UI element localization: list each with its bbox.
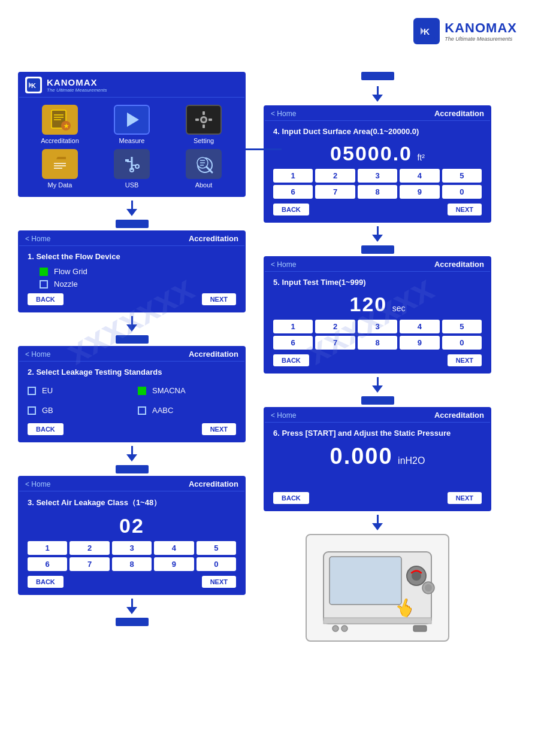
flow-next-btn[interactable]: NEXT	[202, 293, 236, 305]
home-item-mydata[interactable]: My Data	[26, 149, 93, 189]
duct-key-4[interactable]: 4	[400, 169, 439, 183]
device-image: 👆	[306, 534, 449, 642]
time-key-7[interactable]: 7	[315, 336, 355, 350]
panel-select-leakage: < Home Accreditation 2. Select Leakage T…	[18, 346, 246, 442]
measure-icon	[114, 105, 150, 135]
aabc-option[interactable]: AABC	[138, 406, 236, 415]
key-0[interactable]: 0	[197, 557, 236, 571]
panel-duct-body: 4. Input Duct Surface Area(0.1~20000.0) …	[265, 121, 490, 221]
home-item-usb[interactable]: USB	[98, 149, 165, 189]
duct-key-5[interactable]: 5	[442, 169, 482, 183]
duct-back-btn[interactable]: BACK	[273, 204, 309, 215]
key-7[interactable]: 7	[69, 557, 109, 571]
arrow-4	[18, 595, 246, 618]
arrow-block-r2	[264, 245, 491, 254]
duct-key-8[interactable]: 8	[358, 185, 397, 199]
home-header: K KANOMAX The Ultimate Measurements	[19, 73, 244, 98]
time-key-5[interactable]: 5	[442, 320, 482, 333]
arrow-block-r3	[264, 396, 491, 405]
key-5[interactable]: 5	[197, 541, 236, 555]
duct-next-btn[interactable]: NEXT	[448, 204, 482, 215]
svg-point-44	[341, 626, 347, 631]
key-1[interactable]: 1	[28, 541, 67, 555]
brand-name: KANOMAX	[445, 20, 517, 36]
aabc-checkbox[interactable]	[138, 406, 146, 415]
key-9[interactable]: 9	[154, 557, 194, 571]
duct-key-3[interactable]: 3	[358, 169, 397, 183]
air-leakage-next-btn[interactable]: NEXT	[202, 576, 236, 588]
time-display-row: 120 sec	[273, 293, 482, 316]
home-item-accreditation[interactable]: ★ Accreditation	[26, 105, 93, 144]
panel-select-leakage-body: 2. Select Leakage Testing Standards EU S…	[19, 362, 244, 441]
home-link-r3[interactable]: < Home	[271, 411, 296, 420]
home-link-3[interactable]: < Home	[25, 480, 50, 488]
svg-text:K: K	[31, 82, 36, 89]
panel-air-leakage-header: < Home Accreditation	[19, 477, 244, 491]
duct-key-6[interactable]: 6	[273, 185, 313, 199]
flow-grid-checkbox[interactable]	[40, 268, 48, 276]
home-link-2[interactable]: < Home	[25, 350, 50, 359]
arrow-r3	[264, 374, 491, 396]
svg-point-28	[135, 165, 139, 168]
section-title-r3: Accreditation	[434, 411, 484, 420]
home-screen: K KANOMAX The Ultimate Measurements	[18, 72, 246, 197]
main-container: K KANOMAX The Ultimate Measurements	[18, 72, 521, 642]
duct-key-9[interactable]: 9	[400, 185, 439, 199]
home-link-1[interactable]: < Home	[25, 235, 50, 243]
home-item-measure[interactable]: Measure	[98, 105, 165, 144]
gb-option[interactable]: GB	[28, 406, 126, 415]
home-link-r1[interactable]: < Home	[271, 110, 296, 118]
eu-option[interactable]: EU	[28, 386, 126, 395]
time-key-2[interactable]: 2	[315, 320, 355, 333]
key-3[interactable]: 3	[112, 541, 152, 555]
key-2[interactable]: 2	[69, 541, 109, 555]
leakage-nav: BACK NEXT	[28, 423, 236, 435]
flow-back-btn[interactable]: BACK	[28, 293, 64, 305]
time-key-1[interactable]: 1	[273, 320, 313, 333]
air-leakage-title: 3. Select Air Leakage Class（1~48）	[28, 497, 236, 508]
time-key-6[interactable]: 6	[273, 336, 313, 350]
home-item-setting[interactable]: Setting	[170, 105, 237, 144]
leakage-next-btn[interactable]: NEXT	[202, 423, 236, 435]
pressure-next-btn[interactable]: NEXT	[448, 492, 482, 504]
time-title: 5. Input Test Time(1~999)	[273, 278, 482, 287]
arrow-3	[18, 442, 246, 465]
pressure-back-btn[interactable]: BACK	[273, 492, 309, 504]
nozzle-option[interactable]: Nozzle	[28, 280, 236, 289]
h-connector-top	[246, 148, 282, 150]
gb-checkbox[interactable]	[28, 406, 36, 415]
time-next-btn[interactable]: NEXT	[448, 354, 482, 366]
key-6[interactable]: 6	[28, 557, 67, 571]
time-back-btn[interactable]: BACK	[273, 354, 309, 366]
duct-key-0[interactable]: 0	[442, 185, 482, 199]
time-key-8[interactable]: 8	[358, 336, 397, 350]
key-4[interactable]: 4	[154, 541, 194, 555]
nozzle-checkbox[interactable]	[40, 280, 48, 289]
panel-time-body: 5. Input Test Time(1~999) 120 sec 1 2 3 …	[265, 272, 490, 372]
arrow-2	[18, 312, 246, 335]
smacna-option[interactable]: SMACNA	[138, 386, 236, 395]
home-item-about[interactable]: About	[170, 149, 237, 189]
duct-key-1[interactable]: 1	[273, 169, 313, 183]
time-key-9[interactable]: 9	[400, 336, 439, 350]
flow-grid-label: Flow Grid	[54, 267, 87, 276]
pressure-title: 6. Press [START] and Adjust the Static P…	[273, 429, 482, 438]
svg-rect-27	[125, 159, 129, 162]
home-link-r2[interactable]: < Home	[271, 260, 296, 269]
duct-key-2[interactable]: 2	[315, 169, 355, 183]
usb-icon	[114, 149, 150, 179]
k-logo-icon: K	[25, 77, 42, 93]
setting-icon	[186, 105, 222, 135]
smacna-checkbox[interactable]	[138, 387, 146, 395]
air-leakage-back-btn[interactable]: BACK	[28, 576, 64, 588]
time-key-0[interactable]: 0	[442, 336, 482, 350]
leakage-back-btn[interactable]: BACK	[28, 423, 64, 435]
smacna-label: SMACNA	[152, 386, 186, 395]
key-8[interactable]: 8	[112, 557, 152, 571]
time-key-3[interactable]: 3	[358, 320, 397, 333]
eu-checkbox[interactable]	[28, 387, 36, 395]
time-key-4[interactable]: 4	[400, 320, 439, 333]
flow-grid-option[interactable]: Flow Grid	[28, 267, 236, 276]
left-column: K KANOMAX The Ultimate Measurements	[18, 72, 246, 642]
duct-key-7[interactable]: 7	[315, 185, 355, 199]
